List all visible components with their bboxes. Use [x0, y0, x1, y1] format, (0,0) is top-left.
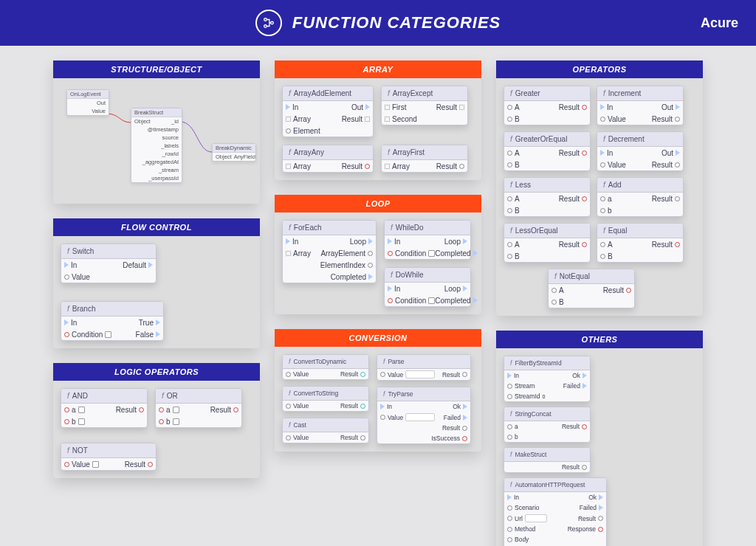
category-loop: LOOP fForEach InLoop ArrayArrayElement E… [275, 195, 481, 314]
category-structure: STRUCTURE/OBJECT OnLogEvent Out Value Br… [53, 61, 260, 204]
category-conversion: CONVERSION fConvertToDynamic ValueResult… [275, 329, 481, 452]
node-greaterorequal[interactable]: fGreaterOrEqual AResult B [504, 131, 591, 171]
node-not[interactable]: fNOT ValueResult [61, 443, 157, 471]
structure-diagram: OnLogEvent Out Value BreakStruct Object_… [61, 86, 252, 196]
node-tryparse[interactable]: fTryParse InOk ValueFailed Result IsSucc… [377, 387, 471, 444]
page-title: FUNCTION CATEGORIES [292, 13, 501, 32]
node-increment[interactable]: fIncrement InOut ValueResult [597, 86, 684, 125]
category-others: OTHERS fFilterByStreamId InOk StreamFail… [496, 331, 703, 546]
node-breakstruct[interactable]: BreakStruct Object_id @timestamp source … [131, 108, 182, 183]
node-decrement[interactable]: fDecrement InOut ValueResult [597, 131, 684, 171]
category-header: STRUCTURE/OBJECT [53, 61, 260, 78]
title-wrap: FUNCTION CATEGORIES [255, 10, 501, 36]
node-automatonhttprequest[interactable]: fAutomatonHTTPRequest InOk ScenarioFaile… [504, 477, 607, 546]
node-stringconcat[interactable]: fStringConcat aResult b [504, 407, 591, 443]
node-filterbystreamid[interactable]: fFilterByStreamId InOk StreamFailed Stre… [504, 356, 591, 402]
category-flow: FLOW CONTROL fSwitch InDefault Value fBr… [53, 218, 260, 348]
category-grid: STRUCTURE/OBJECT OnLogEvent Out Value Br… [0, 46, 756, 546]
category-header: LOOP [275, 195, 481, 212]
category-icon [255, 10, 282, 36]
node-lessorequal[interactable]: fLessOrEqual AResult B [504, 223, 591, 263]
node-equal[interactable]: fEqual AResult B [597, 223, 684, 263]
category-header: FLOW CONTROL [53, 218, 260, 236]
node-converttostring[interactable]: fConvertToString ValueResult [282, 386, 369, 412]
node-or[interactable]: fOR aResult b [155, 388, 242, 428]
node-onlogevent[interactable]: OnLogEvent Out Value [66, 89, 109, 116]
node-greater[interactable]: fGreater AResult B [504, 86, 591, 125]
node-notequal[interactable]: fNotEqual AResult B [548, 269, 635, 308]
node-converttodynamic[interactable]: fConvertToDynamic ValueResult [282, 354, 369, 380]
svg-point-0 [264, 18, 267, 21]
category-header: CONVERSION [275, 329, 481, 347]
category-header: ARRAY [275, 61, 481, 78]
category-header: LOGIC OPERATORS [53, 363, 260, 381]
node-arrayaddelement[interactable]: fArrayAddElement InOut ArrayResult Eleme… [282, 86, 374, 137]
top-bar: FUNCTION CATEGORIES Acure [0, 0, 756, 46]
node-less[interactable]: fLess AResult B [504, 177, 591, 217]
node-branch[interactable]: fBranch InTrue ConditionFalse [61, 301, 164, 341]
node-makestruct[interactable]: fMakeStruct Result [504, 447, 591, 473]
node-arrayexcept[interactable]: fArrayExcept FirstResult Second [381, 86, 468, 125]
svg-point-2 [270, 21, 273, 24]
node-whiledo[interactable]: fWhileDo InLoop ConditionCompleted [384, 220, 471, 260]
node-switch[interactable]: fSwitch InDefault Value [61, 243, 157, 283]
node-breakdynamic[interactable]: BreakDynamic ObjectAnyField [212, 143, 256, 162]
category-logic: LOGIC OPERATORS fAND aResult b fOR aResu… [53, 363, 260, 478]
node-arrayfirst[interactable]: fArrayFirst ArrayResult [381, 145, 468, 173]
node-foreach[interactable]: fForEach InLoop ArrayArrayElement Elemen… [282, 220, 377, 283]
category-array: ARRAY fArrayAddElement InOut ArrayResult… [275, 61, 481, 180]
node-parse[interactable]: fParse ValueResult [377, 354, 471, 381]
category-operators: OPERATORS fGreater AResult B fIncrement … [496, 61, 703, 316]
svg-point-1 [264, 25, 267, 28]
category-header: OTHERS [496, 331, 703, 348]
node-dowhile[interactable]: fDoWhile InLoop ConditionCompleted [384, 267, 471, 307]
brand-label: Acure [701, 15, 738, 31]
node-arrayany[interactable]: fArrayAny ArrayResult [282, 145, 374, 173]
node-and[interactable]: fAND aResult b [61, 388, 148, 428]
node-add[interactable]: fAdd aResult b [597, 177, 684, 217]
node-cast[interactable]: fCast ValueResult [282, 418, 369, 443]
category-header: OPERATORS [496, 61, 703, 78]
